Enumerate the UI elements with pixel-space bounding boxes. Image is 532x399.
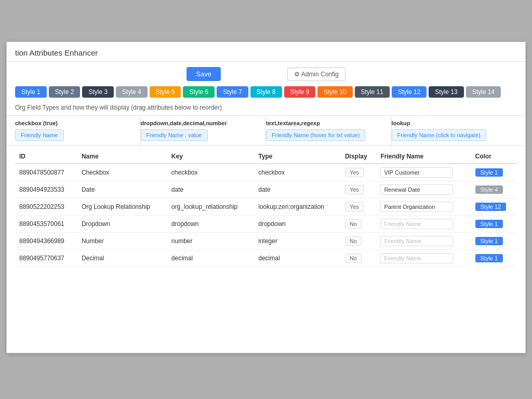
display-badge: Yes — [345, 168, 364, 177]
app-window: tion Attributes Enhancer Save ⚙ Admin Co… — [6, 42, 526, 353]
field-type-example[interactable]: Friendly Name (hover for txt value) — [266, 129, 365, 141]
display-badge: Yes — [345, 202, 364, 211]
cell-color: Style 1 — [471, 250, 517, 267]
friendly-name-input[interactable] — [380, 253, 453, 263]
cell-type: checkbox — [254, 164, 341, 181]
style-tag-style-13[interactable]: Style 13 — [429, 86, 463, 98]
style-tag-style-1[interactable]: Style 1 — [15, 86, 47, 98]
cell-key: decimal — [167, 250, 254, 267]
field-types-grid: checkbox (true)Friendly Namedropdown,dat… — [7, 115, 525, 145]
col-header-name: Name — [77, 150, 167, 164]
friendly-name-input[interactable] — [380, 219, 453, 229]
cell-type: decimal — [254, 250, 341, 267]
field-type-label: dropdown,date,decimal,number — [141, 120, 262, 126]
col-header-type: Type — [254, 150, 341, 164]
app-title: tion Attributes Enhancer — [15, 48, 98, 57]
table-container: IDNameKeyTypeDisplayFriendly NameColor 8… — [7, 150, 525, 275]
cell-friendly-name — [376, 233, 471, 250]
admin-config-button[interactable]: ⚙ Admin Config — [287, 68, 345, 81]
save-button[interactable]: Save — [187, 67, 221, 81]
display-badge: No — [345, 236, 362, 246]
cell-name: Dropdown — [77, 216, 167, 233]
cell-friendly-name — [376, 181, 471, 198]
color-pill[interactable]: Style 1 — [475, 237, 503, 245]
color-pill[interactable]: Style 1 — [475, 168, 503, 177]
table-row: 8890495770637DecimaldecimaldecimalNoStyl… — [15, 250, 517, 267]
cell-type: lookup:zen:organization — [254, 198, 341, 216]
field-type-example[interactable]: Friendly Name : value — [141, 129, 208, 141]
cell-key: checkbox — [167, 164, 254, 181]
cell-display: Yes — [341, 164, 377, 181]
styles-bar: Style 1Style 2Style 3Style 4Style 5Style… — [7, 86, 525, 102]
col-header-color: Color — [471, 150, 517, 164]
table-row: 8890494366989NumbernumberintegerNoStyle … — [15, 233, 517, 250]
friendly-name-input[interactable] — [380, 236, 453, 246]
field-type-col: text,textarea,regexpFriendly Name (hover… — [266, 116, 392, 145]
cell-color: Style 4 — [471, 181, 517, 198]
cell-type: dropdown — [254, 216, 341, 233]
col-header-display: Display — [341, 150, 377, 164]
color-pill[interactable]: Style 1 — [475, 254, 503, 262]
cell-type: integer — [254, 233, 341, 250]
cell-id: 8890494366989 — [15, 233, 77, 250]
field-type-col: lookupFriendly Name (click to navigate) — [392, 116, 517, 145]
table-row: 8890522202253Org Lookup Relationshiporg_… — [15, 198, 517, 216]
cell-display: No — [341, 233, 377, 250]
cell-key: dropdown — [167, 216, 254, 233]
app-header: tion Attributes Enhancer — [7, 42, 525, 62]
cell-name: Org Lookup Relationship — [77, 198, 167, 216]
style-tag-style-14[interactable]: Style 14 — [466, 86, 501, 98]
toolbar: Save ⚙ Admin Config — [7, 62, 525, 86]
cell-id: 8890494923533 — [15, 181, 77, 198]
cell-display: No — [341, 250, 377, 267]
cell-display: Yes — [341, 198, 377, 216]
friendly-name-input[interactable] — [380, 167, 453, 178]
field-type-example[interactable]: Friendly Name (click to navigate) — [392, 129, 486, 141]
style-tag-style-2[interactable]: Style 2 — [49, 86, 81, 98]
cell-name: Decimal — [77, 250, 167, 267]
cell-color: Style 1 — [471, 164, 517, 181]
field-type-label: text,textarea,regexp — [266, 120, 387, 126]
style-tag-style-7[interactable]: Style 7 — [217, 86, 248, 98]
color-pill[interactable]: Style 12 — [475, 203, 507, 211]
style-tag-style-4[interactable]: Style 4 — [116, 86, 148, 98]
subtitle: Org Field Types and how they will displa… — [7, 102, 525, 115]
friendly-name-input[interactable] — [380, 202, 453, 212]
style-tag-style-3[interactable]: Style 3 — [82, 86, 114, 98]
style-tag-style-11[interactable]: Style 11 — [355, 86, 390, 98]
style-tag-style-5[interactable]: Style 5 — [150, 86, 181, 98]
style-tag-style-10[interactable]: Style 10 — [317, 86, 352, 98]
style-tag-style-6[interactable]: Style 6 — [183, 86, 215, 98]
display-badge: No — [345, 219, 362, 229]
color-pill[interactable]: Style 1 — [475, 220, 503, 228]
cell-key: number — [167, 233, 254, 250]
cell-display: Yes — [341, 181, 377, 198]
style-tag-style-12[interactable]: Style 12 — [392, 86, 427, 98]
friendly-name-input[interactable] — [380, 184, 453, 195]
field-type-example[interactable]: Friendly Name — [15, 129, 64, 141]
cell-name: Number — [77, 233, 167, 250]
cell-friendly-name — [376, 216, 471, 233]
field-type-label: lookup — [392, 120, 513, 126]
color-pill[interactable]: Style 4 — [475, 185, 503, 194]
style-tag-style-9[interactable]: Style 9 — [284, 86, 316, 98]
table-row: 8890478500877CheckboxcheckboxcheckboxYes… — [15, 164, 517, 181]
cell-name: Checkbox — [77, 164, 167, 181]
style-tag-style-8[interactable]: Style 8 — [250, 86, 282, 98]
cell-key: org_lookup_relationship — [167, 198, 254, 216]
cell-type: date — [254, 181, 341, 198]
cell-id: 8890522202253 — [15, 198, 77, 216]
cell-name: Date — [77, 181, 167, 198]
cell-display: No — [341, 216, 377, 233]
cell-id: 8890453570061 — [15, 216, 77, 233]
cell-friendly-name — [376, 250, 471, 267]
table-row: 8890494923533DatedatedateYesStyle 4 — [15, 181, 517, 198]
field-type-col: checkbox (true)Friendly Name — [15, 116, 141, 145]
display-badge: No — [345, 254, 362, 263]
cell-id: 8890478500877 — [15, 164, 77, 181]
attributes-table: IDNameKeyTypeDisplayFriendly NameColor 8… — [15, 150, 517, 267]
col-header-id: ID — [15, 150, 77, 164]
cell-color: Style 1 — [471, 216, 517, 233]
table-row: 8890453570061DropdowndropdowndropdownNoS… — [15, 216, 517, 233]
display-badge: Yes — [345, 185, 364, 194]
